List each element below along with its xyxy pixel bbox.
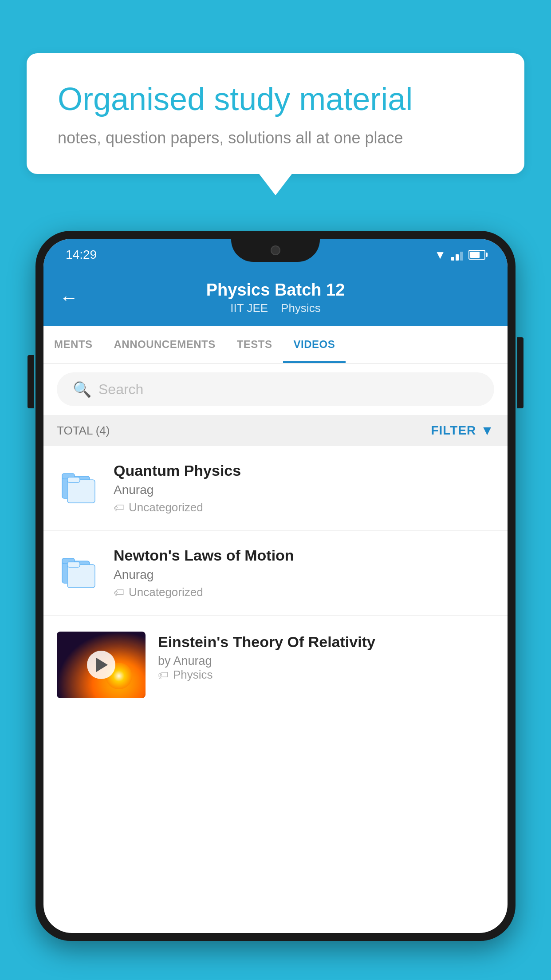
speech-bubble: Organised study material notes, question… [27, 53, 524, 174]
svg-rect-3 [67, 477, 80, 482]
filter-button[interactable]: FILTER ▼ [431, 423, 494, 438]
video-title: Newton's Laws of Motion [114, 547, 494, 564]
notch [231, 239, 320, 262]
total-count: TOTAL (4) [57, 424, 110, 438]
header-center: Physics Batch 12 IIT JEE Physics [206, 281, 345, 315]
video-author: by Anurag [158, 654, 494, 668]
header-subtitle: IIT JEE Physics [206, 301, 345, 315]
hero-section: Organised study material notes, question… [27, 53, 524, 174]
video-title: Quantum Physics [114, 462, 494, 479]
bubble-title: Organised study material [58, 80, 493, 118]
video-info: Einstein's Theory Of Relativity by Anura… [158, 632, 494, 682]
tag-label: Physics [173, 668, 213, 682]
tag-icon: 🏷 [158, 669, 169, 681]
status-time: 14:29 [66, 248, 97, 262]
play-icon [96, 658, 108, 672]
status-icons: ▼ [434, 248, 485, 262]
list-item[interactable]: Quantum Physics Anurag 🏷 Uncategorized [43, 446, 508, 531]
svg-rect-6 [67, 565, 95, 588]
header-subtitle-part1: IIT JEE [230, 301, 268, 315]
phone-wrapper: 14:29 ▼ ← [35, 231, 516, 980]
signal-icon [451, 249, 463, 261]
video-thumbnail [57, 632, 146, 698]
folder-icon [57, 551, 101, 595]
filter-label: FILTER [431, 423, 476, 438]
tab-tests[interactable]: TESTS [226, 326, 283, 363]
phone-screen: 14:29 ▼ ← [43, 239, 508, 933]
tag-icon: 🏷 [114, 502, 124, 514]
video-author: Anurag [114, 568, 494, 582]
back-button[interactable]: ← [59, 287, 78, 308]
video-title: Einstein's Theory Of Relativity [158, 633, 494, 651]
search-placeholder: Search [98, 381, 143, 398]
tag-label: Uncategorized [129, 585, 203, 599]
play-button[interactable] [87, 651, 115, 679]
phone-outer: 14:29 ▼ ← [35, 231, 516, 941]
video-tag: 🏷 Uncategorized [114, 501, 494, 514]
bubble-subtitle: notes, question papers, solutions all at… [58, 129, 493, 147]
video-info: Newton's Laws of Motion Anurag 🏷 Uncateg… [114, 547, 494, 599]
wifi-icon: ▼ [434, 248, 446, 262]
search-bar[interactable]: 🔍 Search [57, 372, 494, 406]
video-tag: 🏷 Uncategorized [114, 585, 494, 599]
search-icon: 🔍 [73, 380, 91, 398]
camera [271, 245, 280, 255]
video-author: Anurag [114, 483, 494, 497]
filter-funnel-icon: ▼ [480, 423, 494, 438]
battery-icon [468, 250, 485, 260]
app-header: ← Physics Batch 12 IIT JEE Physics [43, 271, 508, 326]
search-container: 🔍 Search [43, 364, 508, 415]
list-item[interactable]: Newton's Laws of Motion Anurag 🏷 Uncateg… [43, 531, 508, 616]
video-tag: 🏷 Physics [158, 668, 494, 682]
tab-announcements[interactable]: ANNOUNCEMENTS [103, 326, 226, 363]
tab-videos[interactable]: VIDEOS [283, 326, 346, 363]
video-list: Quantum Physics Anurag 🏷 Uncategorized [43, 446, 508, 714]
tag-label: Uncategorized [129, 501, 203, 514]
header-subtitle-part2: Physics [281, 301, 321, 315]
video-info: Quantum Physics Anurag 🏷 Uncategorized [114, 462, 494, 514]
folder-icon [57, 466, 101, 510]
header-title: Physics Batch 12 [206, 281, 345, 300]
filter-bar: TOTAL (4) FILTER ▼ [43, 415, 508, 446]
tag-icon: 🏷 [114, 586, 124, 599]
tab-ments[interactable]: MENTS [43, 326, 103, 363]
svg-rect-2 [67, 480, 95, 503]
status-bar: 14:29 ▼ [43, 239, 508, 271]
svg-rect-7 [67, 562, 80, 567]
tab-bar: MENTS ANNOUNCEMENTS TESTS VIDEOS [43, 326, 508, 364]
list-item[interactable]: Einstein's Theory Of Relativity by Anura… [43, 616, 508, 714]
